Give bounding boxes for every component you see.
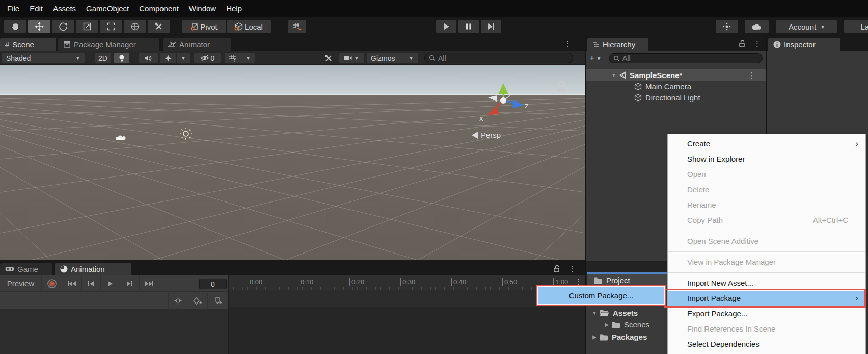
tab-package-manager[interactable]: Package Manager xyxy=(58,38,159,51)
go-to-end-button[interactable] xyxy=(140,275,159,292)
grid-snapping-button[interactable] xyxy=(288,20,306,33)
gizmo-center[interactable] xyxy=(500,97,506,104)
chevron-down-icon: ▼ xyxy=(75,55,80,61)
tab-game[interactable]: Game xyxy=(0,263,52,275)
2d-toggle-button[interactable]: 2D xyxy=(95,53,111,63)
menu-window[interactable]: Window xyxy=(184,0,221,17)
project-row-scenes[interactable]: ▶ Scenes xyxy=(604,319,649,331)
menu-item-select-dependencies[interactable]: Select Dependencies xyxy=(668,337,865,352)
scene-panel-menu-icon[interactable]: ⋮ xyxy=(564,40,572,47)
shading-mode-dropdown[interactable]: Shaded ▼ xyxy=(2,53,85,63)
eye-slash-icon xyxy=(200,55,209,61)
hierarchy-row-main-camera[interactable]: Main Camera xyxy=(586,81,767,92)
audio-toggle-button[interactable] xyxy=(139,53,158,63)
project-row-packages[interactable]: ▶ Packages xyxy=(591,331,647,343)
rect-tool-button[interactable] xyxy=(100,20,122,33)
menu-component[interactable]: Component xyxy=(134,0,184,17)
orientation-gizmo[interactable] xyxy=(487,83,524,115)
go-to-start-button[interactable] xyxy=(62,275,82,292)
grid-dropdown[interactable]: ▼ xyxy=(241,53,255,63)
add-keyframe-button[interactable] xyxy=(187,293,208,309)
hierarchy-add-button[interactable]: + ▼ xyxy=(589,53,607,63)
effects-dropdown[interactable]: ▼ xyxy=(177,53,190,63)
x-axis-cone[interactable] xyxy=(487,107,499,115)
hand-tool-button[interactable] xyxy=(4,20,26,33)
animation-tab-bar: Game Animation ⋮ xyxy=(0,261,585,275)
play-button[interactable] xyxy=(436,20,456,33)
menu-item-custom-package[interactable]: Custom Package... xyxy=(538,287,664,304)
previous-key-button[interactable] xyxy=(82,275,101,292)
negative-axis-cone[interactable] xyxy=(488,95,497,102)
menu-help[interactable]: Help xyxy=(221,0,247,17)
move-tool-button[interactable] xyxy=(28,20,50,33)
foldout-open-icon[interactable]: ▼ xyxy=(591,310,598,316)
z-axis-cone[interactable] xyxy=(512,100,524,108)
tab-animation[interactable]: Animation xyxy=(55,263,131,275)
add-event-button[interactable] xyxy=(208,293,228,309)
menu-gameobject[interactable]: GameObject xyxy=(81,0,134,17)
menu-item-import-new-asset[interactable]: Import New Asset... xyxy=(668,275,865,291)
next-key-button[interactable] xyxy=(120,275,140,292)
scene-camera-dropdown[interactable]: ▼ xyxy=(339,53,364,63)
lock-icon[interactable] xyxy=(553,265,561,272)
menu-item-create[interactable]: Create › xyxy=(668,136,865,151)
transform-tool-button[interactable] xyxy=(124,20,146,33)
timeline-ruler[interactable]: 0:00 0:10 0:20 0:30 0:40 0:50 1:00 ⋮ xyxy=(229,275,586,290)
menu-item-export-package[interactable]: Export Package... xyxy=(668,306,865,321)
menu-item-import-package[interactable]: Import Package › xyxy=(668,291,865,306)
tab-inspector[interactable]: Inspector xyxy=(768,38,840,51)
menu-item-show-in-explorer[interactable]: Show in Explorer xyxy=(668,151,865,167)
menu-edit[interactable]: Edit xyxy=(24,0,48,17)
pivot-toggle-button[interactable]: Pivot xyxy=(182,20,226,33)
gizmos-dropdown[interactable]: Gizmos ▼ xyxy=(367,53,418,63)
cloud-button[interactable] xyxy=(745,20,769,33)
scale-tool-button[interactable] xyxy=(76,20,98,33)
frame-field[interactable]: 0 xyxy=(199,279,227,289)
tab-hierarchy[interactable]: Hierarchy xyxy=(587,38,648,51)
record-button[interactable] xyxy=(42,275,62,292)
pause-button[interactable] xyxy=(458,20,479,33)
animation-timeline[interactable]: 0:00 0:10 0:20 0:30 0:40 0:50 1:00 ⋮ xyxy=(228,275,585,354)
animation-play-button[interactable] xyxy=(101,275,120,292)
hierarchy-row-directional-light[interactable]: Directional Light xyxy=(586,92,767,103)
lighting-toggle-button[interactable] xyxy=(114,53,129,63)
preview-toggle-button[interactable]: Preview xyxy=(0,275,42,292)
custom-tool-button[interactable] xyxy=(148,20,170,33)
hierarchy-search-input[interactable]: All xyxy=(609,53,763,63)
account-dropdown[interactable]: Account ▼ xyxy=(776,20,837,33)
scene-grid-visibility-button[interactable] xyxy=(225,53,241,63)
hierarchy-row-label: SampleScene* xyxy=(630,71,682,80)
hierarchy-row-scene[interactable]: ▼ SampleScene* ⋮ xyxy=(586,69,767,81)
tab-animator[interactable]: Animator xyxy=(163,38,231,51)
foldout-open-icon[interactable]: ▼ xyxy=(611,72,617,78)
layers-dropdown[interactable]: Layers xyxy=(844,20,868,33)
transform-tool-icon xyxy=(130,22,140,31)
effects-toggle-button[interactable] xyxy=(160,53,176,63)
scene-tools-button[interactable] xyxy=(320,53,337,63)
scene-search-input[interactable]: All xyxy=(424,53,573,63)
timeline-playhead[interactable] xyxy=(249,275,249,354)
menu-assets[interactable]: Assets xyxy=(48,0,81,17)
tab-scene[interactable]: # Scene xyxy=(0,38,56,51)
animation-panel-menu-icon[interactable]: ⋮ xyxy=(568,265,576,272)
local-toggle-button[interactable]: Local xyxy=(227,20,271,33)
timeline-menu-icon[interactable]: ⋮ xyxy=(575,277,582,285)
lock-icon[interactable] xyxy=(739,40,746,47)
rotate-tool-button[interactable] xyxy=(52,20,74,33)
plus-icon: + xyxy=(589,53,595,64)
hierarchy-panel-menu-icon[interactable]: ⋮ xyxy=(753,40,761,47)
ruler-tick: 0:40 xyxy=(451,278,466,286)
projection-label[interactable]: Persp xyxy=(481,131,501,139)
step-button[interactable] xyxy=(481,20,501,33)
project-row-assets[interactable]: ▼ Assets xyxy=(591,307,638,319)
animation-property-list[interactable] xyxy=(0,309,228,354)
y-axis-cone[interactable] xyxy=(498,83,508,94)
filter-curves-button[interactable] xyxy=(168,293,187,309)
scene-row-menu-icon[interactable]: ⋮ xyxy=(748,71,755,79)
foldout-closed-icon[interactable]: ▶ xyxy=(604,322,610,327)
menu-file[interactable]: File xyxy=(2,0,24,17)
scene-viewport[interactable]: x z Persp xyxy=(0,65,585,260)
collab-button[interactable] xyxy=(716,20,738,33)
scene-visibility-button[interactable]: 0 xyxy=(194,53,221,63)
foldout-closed-icon[interactable]: ▶ xyxy=(591,334,598,340)
